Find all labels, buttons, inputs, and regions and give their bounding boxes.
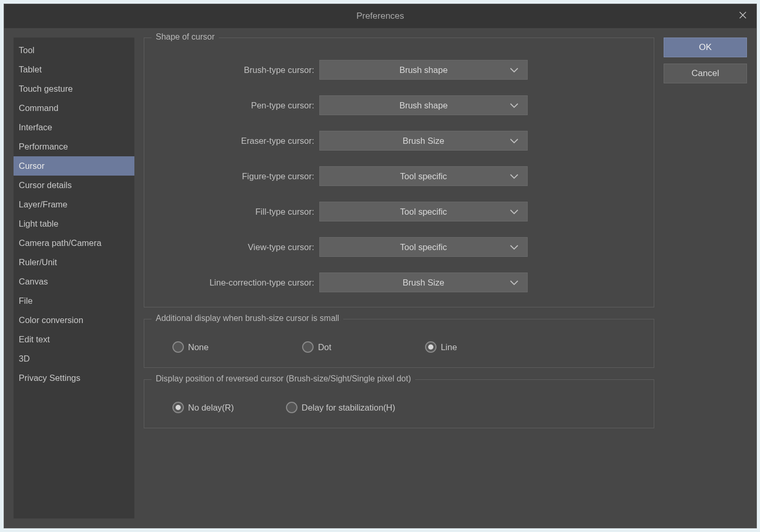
dropdown-value: Brush Size (403, 136, 444, 146)
radio-dot-icon (172, 341, 184, 353)
sidebar-item[interactable]: Canvas (14, 272, 134, 291)
radio-dot-icon (286, 402, 297, 413)
radio-dot-icon (302, 341, 314, 353)
close-button[interactable] (737, 9, 749, 22)
radio-option[interactable]: Dot (302, 341, 331, 353)
group-shape-of-cursor: Shape of cursor Brush-type cursor:Brush … (144, 38, 654, 307)
sidebar-item[interactable]: 3D (14, 349, 134, 368)
action-buttons: OK Cancel (664, 38, 747, 518)
sidebar-item[interactable]: Camera path/Camera (14, 233, 134, 253)
group-title: Additional display when brush-size curso… (152, 314, 343, 323)
sidebar-item[interactable]: Tablet (14, 60, 134, 79)
cursor-type-dropdown[interactable]: Tool specific (319, 202, 528, 221)
radio-label: Line (441, 342, 457, 352)
cursor-type-dropdown[interactable]: Brush shape (319, 60, 528, 80)
dialog-body: ToolTabletTouch gestureCommandInterfaceP… (4, 28, 756, 528)
chevron-down-icon (509, 279, 519, 286)
sidebar-item[interactable]: Tool (14, 41, 134, 60)
cursor-type-dropdown[interactable]: Brush shape (319, 95, 528, 115)
category-sidebar: ToolTabletTouch gestureCommandInterfaceP… (14, 38, 134, 518)
cursor-type-label: View-type cursor: (158, 237, 314, 257)
cursor-type-label: Pen-type cursor: (158, 95, 314, 115)
sidebar-item[interactable]: Touch gesture (14, 79, 134, 98)
sidebar-item[interactable]: Ruler/Unit (14, 253, 134, 272)
dropdown-value: Brush Size (403, 278, 444, 288)
sidebar-item[interactable]: Interface (14, 118, 134, 137)
radio-option[interactable]: Delay for stabilization(H) (286, 402, 395, 413)
radio-option[interactable]: None (172, 341, 208, 353)
group-title: Shape of cursor (152, 32, 219, 42)
group-additional-display: Additional display when brush-size curso… (144, 319, 654, 368)
cursor-type-dropdown[interactable]: Tool specific (319, 237, 528, 257)
chevron-down-icon (509, 67, 519, 73)
radio-label: Delay for stabilization(H) (302, 403, 395, 413)
cursor-shape-grid: Brush-type cursor:Brush shapePen-type cu… (154, 50, 644, 292)
cursor-type-dropdown[interactable]: Brush Size (319, 273, 528, 292)
chevron-down-icon (509, 208, 519, 215)
sidebar-item[interactable]: Privacy Settings (14, 368, 134, 388)
cursor-type-dropdown[interactable]: Brush Size (319, 131, 528, 151)
cursor-type-dropdown[interactable]: Tool specific (319, 166, 528, 186)
sidebar-item[interactable]: File (14, 291, 134, 311)
ok-button[interactable]: OK (664, 38, 747, 57)
dropdown-value: Brush shape (400, 101, 448, 110)
radio-label: Dot (318, 342, 331, 352)
dialog-title: Preferences (356, 11, 404, 21)
sidebar-item[interactable]: Light table (14, 214, 134, 233)
dropdown-value: Tool specific (400, 207, 447, 217)
radio-dot-icon (172, 402, 184, 413)
chevron-down-icon (509, 173, 519, 179)
sidebar-item[interactable]: Cursor details (14, 176, 134, 195)
chevron-down-icon (509, 244, 519, 250)
sidebar-item[interactable]: Layer/Frame (14, 195, 134, 214)
cursor-type-label: Eraser-type cursor: (158, 131, 314, 151)
settings-panels: Shape of cursor Brush-type cursor:Brush … (144, 38, 654, 518)
cursor-type-label: Fill-type cursor: (158, 202, 314, 221)
sidebar-item[interactable]: Color conversion (14, 311, 134, 330)
dropdown-value: Brush shape (400, 65, 448, 75)
cursor-type-label: Line-correction-type cursor: (158, 273, 314, 292)
reversed-cursor-radios: No delay(R)Delay for stabilization(H) (154, 391, 644, 413)
radio-option[interactable]: No delay(R) (172, 402, 234, 413)
chevron-down-icon (509, 102, 519, 108)
cursor-type-label: Figure-type cursor: (158, 166, 314, 186)
sidebar-item[interactable]: Edit text (14, 330, 134, 349)
radio-label: None (188, 342, 208, 352)
close-icon (739, 10, 747, 21)
chevron-down-icon (509, 138, 519, 144)
preferences-dialog: Preferences ToolTabletTouch gestureComma… (4, 4, 757, 528)
sidebar-item[interactable]: Command (14, 98, 134, 118)
dropdown-value: Tool specific (400, 242, 447, 252)
radio-option[interactable]: Line (425, 341, 457, 353)
titlebar: Preferences (4, 4, 756, 28)
group-title: Display position of reversed cursor (Bru… (152, 374, 415, 383)
dropdown-value: Tool specific (400, 171, 447, 181)
cancel-button[interactable]: Cancel (664, 64, 747, 83)
group-reversed-cursor: Display position of reversed cursor (Bru… (144, 379, 654, 428)
radio-label: No delay(R) (188, 403, 234, 413)
additional-display-radios: NoneDotLine (154, 331, 644, 353)
main-area: Shape of cursor Brush-type cursor:Brush … (144, 38, 747, 518)
sidebar-item[interactable]: Performance (14, 137, 134, 156)
cursor-type-label: Brush-type cursor: (158, 60, 314, 80)
radio-dot-icon (425, 341, 437, 353)
sidebar-item[interactable]: Cursor (14, 156, 134, 176)
